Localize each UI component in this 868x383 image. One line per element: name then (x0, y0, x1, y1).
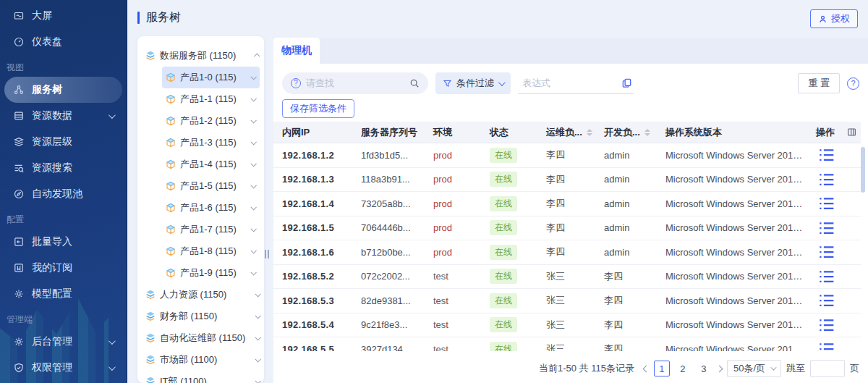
next-page-button[interactable] (715, 365, 723, 372)
tree-node[interactable]: 产品1-5 (115) (162, 175, 260, 197)
chevron-down-icon[interactable] (250, 269, 256, 275)
table-row[interactable]: 192.168.5.2072c2002...test在线张三李四Microsof… (273, 265, 861, 290)
page-number-3[interactable]: 3 (696, 361, 712, 376)
table-row[interactable]: 192.168.1.473205a8b...prod在线李四adminMicro… (273, 192, 861, 216)
table-cell: Microsoft Windows Server 2019 Stan... (657, 222, 807, 233)
column-settings-header[interactable] (838, 122, 861, 143)
vertical-scrollbar[interactable] (861, 147, 865, 193)
authorize-button[interactable]: 授权 (810, 9, 858, 28)
page-size-select[interactable]: 50条/页 (727, 360, 781, 377)
tree-node[interactable]: 产品1-9 (115) (162, 262, 260, 284)
sort-icon[interactable] (644, 129, 650, 136)
tree-node-label: 产品1-4 (115) (180, 158, 237, 171)
tree-node[interactable]: 自动化运维部 (1150) (145, 327, 260, 349)
sidebar-item-backend-admin[interactable]: 后台管理 (4, 329, 122, 355)
gauge-icon (13, 36, 25, 48)
chevron-down-icon[interactable] (255, 334, 260, 340)
sidebar-item-model-config[interactable]: 模型配置 (4, 281, 122, 307)
table-row[interactable]: 192.168.1.6b712b0be...prod在线李四adminMicro… (273, 240, 861, 265)
table-cell (807, 193, 838, 214)
chevron-up-icon[interactable] (254, 53, 260, 59)
save-filter-button[interactable]: 保存筛选条件 (282, 99, 354, 118)
tab-physical-machine[interactable]: 物理机 (273, 38, 320, 64)
sidebar-item-service-tree[interactable]: 服务树 (4, 77, 122, 103)
table-row[interactable]: 192.168.5.382de9381...test在线张三李四Microsof… (273, 289, 861, 313)
tree-node[interactable]: 人力资源 (1150) (145, 284, 260, 306)
chevron-down-icon[interactable] (255, 378, 260, 383)
chevron-down-icon[interactable] (250, 226, 256, 232)
sidebar-item-resource-search[interactable]: 资源搜索 (4, 155, 122, 181)
row-actions-icon[interactable] (816, 314, 838, 336)
reset-button[interactable]: 重 置 (798, 73, 840, 93)
tree-node[interactable]: 产品1-6 (115) (162, 197, 260, 219)
row-actions-icon[interactable] (816, 217, 838, 239)
row-actions-icon[interactable] (816, 266, 838, 287)
prev-page-button[interactable] (642, 365, 650, 372)
row-actions-icon[interactable] (816, 169, 838, 190)
jump-label: 跳至 (786, 362, 805, 375)
panel-resize-handle[interactable] (265, 250, 269, 258)
sidebar-item-resource-level[interactable]: 资源层级 (4, 129, 122, 155)
copy-icon[interactable] (621, 77, 632, 88)
tree-node[interactable]: IT部 (1100) (145, 371, 260, 383)
tree-node[interactable]: 产品1-2 (115) (162, 110, 260, 132)
chevron-down-icon[interactable] (250, 248, 256, 253)
row-actions-icon[interactable] (816, 338, 838, 351)
table-row[interactable]: 192.168.1.3118a3b91...prod在线李四adminMicro… (273, 168, 861, 193)
table-cell: 1fd3b1d5... (352, 150, 425, 161)
tree-node[interactable]: 产品1-8 (115) (162, 240, 260, 262)
sidebar-item-my-subscription[interactable]: 我的订阅 (4, 255, 122, 281)
tree-node[interactable]: 财务部 (1150) (145, 306, 260, 327)
search-input[interactable]: ? 请查找 (282, 72, 428, 94)
row-actions-icon[interactable] (816, 290, 838, 311)
table-cell: 张三 (537, 270, 595, 283)
tree-node-label: IT部 (1100) (160, 375, 207, 383)
row-actions-icon[interactable] (816, 144, 838, 166)
table-row[interactable]: 192.168.5.49c21f8e3...test在线张三李四Microsof… (273, 313, 861, 338)
chevron-down-icon[interactable] (255, 291, 260, 297)
cube-icon (165, 137, 176, 148)
jump-page-input[interactable] (810, 360, 845, 377)
table-row[interactable]: 192.168.1.21fd3b1d5...prod在线李四adminMicro… (273, 143, 861, 168)
chevron-down-icon[interactable] (250, 204, 256, 210)
sidebar-item-big-screen[interactable]: 大屏 (4, 3, 122, 29)
table-row[interactable]: 192.168.5.53927d134...test在线张三李四Microsof… (273, 337, 861, 351)
tree-node[interactable]: 数据服务部 (1150) (145, 45, 260, 67)
tree-node[interactable]: 产品1-3 (115) (162, 132, 260, 153)
sidebar-item-dashboard[interactable]: 仪表盘 (4, 29, 122, 55)
chevron-down-icon[interactable] (255, 313, 260, 319)
sort-icon[interactable] (587, 129, 592, 136)
table-cell: 在线 (481, 220, 537, 235)
chevron-down-icon[interactable] (250, 182, 256, 188)
table-row[interactable]: 192.168.1.57064446b...prod在线李四adminMicro… (273, 216, 861, 241)
sidebar-item-resource-data[interactable]: 资源数据 (4, 103, 122, 129)
tree-node[interactable]: 产品1-4 (115) (162, 153, 260, 175)
chevron-down-icon[interactable] (250, 96, 256, 101)
chevron-down-icon[interactable] (250, 139, 256, 145)
tree-node[interactable]: 市场部 (1100) (145, 349, 260, 371)
row-actions-icon[interactable] (816, 193, 838, 214)
sidebar-item-auto-discovery-pool[interactable]: 自动发现池 (4, 181, 122, 207)
tree-node[interactable]: 产品1-1 (115) (162, 88, 260, 110)
chevron-down-icon[interactable] (250, 117, 256, 123)
table-cell: prod (425, 198, 481, 209)
column-header[interactable]: 开发负... (595, 122, 657, 143)
sidebar-item-batch-import[interactable]: 批量导入 (4, 229, 122, 255)
filter-dropdown[interactable]: 条件过滤 (435, 72, 511, 94)
chevron-down-icon[interactable] (250, 74, 256, 80)
sidebar-item-permission-admin[interactable]: 权限管理 (4, 355, 122, 381)
row-actions-icon[interactable] (816, 241, 838, 263)
column-settings-icon[interactable] (846, 127, 857, 138)
tree-node[interactable]: 产品1-7 (115) (162, 219, 260, 240)
table-cell (807, 144, 838, 166)
pagination-summary: 当前1-50 共 115条记录 (539, 362, 634, 375)
column-header[interactable]: 运维负... (537, 122, 595, 143)
expression-input[interactable]: 表达式 (518, 72, 634, 94)
search-icon[interactable] (409, 78, 420, 88)
chevron-down-icon[interactable] (250, 161, 256, 167)
page-number-2[interactable]: 2 (675, 361, 691, 376)
chevron-down-icon[interactable] (255, 356, 260, 362)
page-number-1[interactable]: 1 (654, 361, 670, 376)
help-icon[interactable]: ? (847, 77, 859, 90)
tree-node[interactable]: 产品1-0 (115) (162, 67, 260, 88)
